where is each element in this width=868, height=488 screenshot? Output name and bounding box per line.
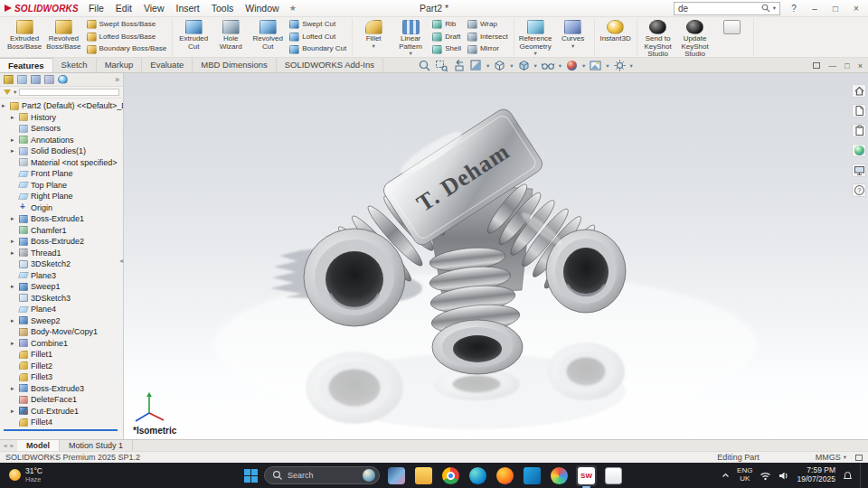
taskbar-app-icon[interactable]	[386, 465, 407, 486]
tree-item[interactable]: ▸ Sweep1	[11, 281, 123, 293]
filter-icon[interactable]	[4, 89, 11, 95]
boundary-boss-button[interactable]: Boundary Boss/Base	[84, 43, 170, 55]
units-selector[interactable]: MMGS ▾	[816, 453, 846, 462]
tree-item[interactable]: ▸ Plane4	[11, 304, 123, 315]
expand-arrow-icon[interactable]: ▸	[11, 385, 16, 392]
section-dropdown-icon[interactable]: ▾	[486, 62, 489, 70]
new-document-icon[interactable]	[852, 104, 866, 117]
tree-item[interactable]: ▸ Combine1	[11, 338, 123, 350]
reference-geometry-button[interactable]: Reference Geometry▾	[517, 18, 554, 56]
fillet-button[interactable]: Fillet▾	[355, 18, 392, 56]
clipboard-icon[interactable]	[852, 124, 866, 137]
display-manager-tab-icon[interactable]	[58, 75, 68, 84]
tab-scroll-left-icon[interactable]: «	[4, 442, 7, 450]
tree-item[interactable]: ▸ Fillet4	[11, 417, 123, 428]
taskbar-app-icon[interactable]	[413, 465, 434, 486]
tree-item[interactable]: ▸ Origin	[11, 202, 123, 214]
expand-arrow-icon[interactable]: ▸	[11, 114, 16, 121]
wifi-icon[interactable]	[760, 471, 771, 481]
hole-wizard-button[interactable]: Hole Wizard	[212, 18, 249, 56]
minimize-icon[interactable]: –	[807, 2, 822, 15]
3d-model[interactable]: T. Deham	[124, 73, 868, 439]
clock-widget[interactable]: 7:59 PM 19/07/2025	[797, 466, 835, 484]
send-keyshot-button[interactable]: Send to KeyShot Studio	[640, 18, 676, 56]
ribbon-tab[interactable]: Sketch	[53, 58, 97, 72]
tree-item[interactable]: ▸ 3DSketch3	[11, 293, 123, 305]
start-button[interactable]	[244, 469, 258, 483]
home-icon[interactable]	[852, 84, 866, 98]
dimxpert-manager-tab-icon[interactable]	[44, 75, 54, 84]
filter-input[interactable]	[19, 89, 119, 96]
view-orientation-icon[interactable]	[493, 59, 506, 72]
tree-item[interactable]: ▸ Fillet3	[11, 371, 123, 383]
taskbar-app-icon[interactable]	[549, 465, 570, 486]
show-desktop-button[interactable]	[860, 463, 863, 488]
tree-item[interactable]: ▸ Solid Bodies(1)	[11, 145, 123, 157]
search-dropdown-icon[interactable]: ▾	[773, 5, 776, 12]
revolved-cut-button[interactable]: Revolved Cut	[250, 18, 286, 56]
notification-bell-icon[interactable]	[843, 471, 853, 481]
maximize-icon[interactable]: □	[828, 2, 843, 15]
tree-item[interactable]: ▸ Cut-Extrude1	[11, 406, 123, 418]
monitor-icon[interactable]	[852, 164, 866, 177]
mirror-button[interactable]: Mirror	[465, 43, 511, 55]
hide-show-icon[interactable]	[541, 59, 555, 72]
help-icon[interactable]: ?	[787, 2, 801, 15]
instant3d-button[interactable]: Instant3D	[598, 18, 634, 56]
filter-dropdown-icon[interactable]: ▾	[14, 89, 16, 96]
swept-boss-button[interactable]: Swept Boss/Base	[84, 19, 170, 31]
cascade-icon[interactable]	[813, 62, 820, 69]
search-icon[interactable]	[761, 4, 770, 13]
tree-item[interactable]: ▸ Sweep2	[11, 315, 123, 327]
shell-button[interactable]: Shell	[429, 43, 464, 55]
expand-arrow-icon[interactable]: ▸	[11, 408, 16, 415]
extruded-cut-button[interactable]: Extruded Cut	[175, 18, 212, 56]
taskbar-app-icon[interactable]	[576, 465, 597, 486]
ribbon-tab[interactable]: SOLIDWORKS Add-Ins	[277, 58, 383, 72]
configuration-manager-tab-icon[interactable]	[31, 75, 41, 84]
units-dropdown-icon[interactable]: ▾	[844, 455, 846, 461]
taskbar-search[interactable]: Search	[264, 466, 380, 484]
manager-tabs-overflow-icon[interactable]: »	[115, 75, 119, 84]
tree-item[interactable]: ▸ Body-Move/Copy1	[11, 326, 123, 338]
taskbar-app-icon[interactable]	[467, 465, 488, 486]
menu-item[interactable]: Insert	[174, 3, 201, 14]
lofted-boss-button[interactable]: Lofted Boss/Base	[84, 32, 170, 43]
display-style-dropdown-icon[interactable]: ▾	[534, 62, 537, 70]
rollback-bar[interactable]	[4, 429, 118, 431]
tree-item[interactable]: ▸ Fillet1	[11, 349, 123, 361]
tree-item[interactable]: ▸ Boss-Extrude3	[11, 383, 123, 395]
tree-item[interactable]: ▸ Front Plane	[11, 168, 123, 180]
linear-pattern-button[interactable]: Linear Pattern▾	[392, 18, 429, 56]
expand-arrow-icon[interactable]: ▸	[11, 249, 16, 257]
ribbon-tab[interactable]: Evaluate	[142, 58, 193, 72]
taskbar-app-icon[interactable]	[440, 465, 461, 486]
expand-arrow-icon[interactable]: ▸	[11, 283, 16, 290]
view-settings-dropdown-icon[interactable]: ▾	[630, 62, 633, 70]
tree-item[interactable]: ▸ 3DSketch2	[11, 258, 123, 270]
tree-item[interactable]: ▸ Plane3	[11, 270, 123, 282]
language-indicator[interactable]: ENG UK	[737, 467, 752, 483]
ribbon-tab[interactable]: MBD Dimensions	[193, 58, 276, 72]
tab-scroll-right-icon[interactable]: »	[9, 442, 13, 450]
tree-item[interactable]: ▸ Right Plane	[11, 191, 123, 202]
zoom-area-icon[interactable]	[435, 59, 448, 72]
doc-minimize-icon[interactable]: —	[828, 61, 836, 70]
tree-item[interactable]: ▸ Part2 (Default) <<Default>_Display S..…	[2, 100, 123, 112]
menu-item[interactable]: View	[142, 3, 166, 14]
boundary-cut-button[interactable]: Boundary Cut	[287, 43, 349, 55]
property-manager-tab-icon[interactable]	[17, 75, 27, 84]
appearance-ball-icon[interactable]	[852, 144, 866, 157]
tree-item[interactable]: ▸ Boss-Extrude2	[11, 236, 123, 248]
section-view-icon[interactable]	[469, 59, 483, 72]
edit-appearance-icon[interactable]	[565, 59, 579, 72]
display-style-icon[interactable]	[517, 59, 531, 72]
menu-item[interactable]: File	[87, 3, 106, 14]
view-settings-icon[interactable]	[613, 59, 627, 72]
tree-item[interactable]: ▸ History	[11, 112, 123, 124]
doc-restore-icon[interactable]: □	[844, 61, 849, 70]
view-orientation-dropdown-icon[interactable]: ▾	[510, 62, 513, 70]
expand-arrow-icon[interactable]: ▸	[11, 215, 16, 222]
ribbon-tab[interactable]: Features	[0, 58, 53, 72]
menu-item[interactable]: Window	[243, 3, 280, 14]
